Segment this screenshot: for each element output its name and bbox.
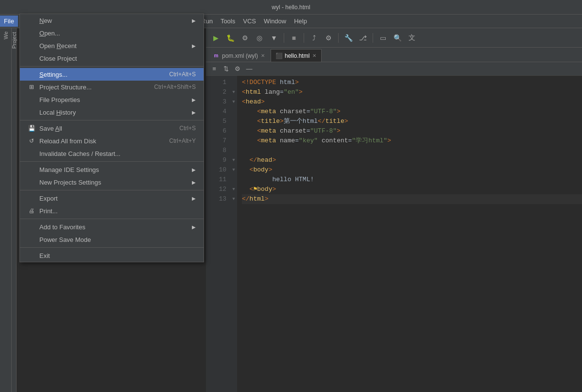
code-editor[interactable]: 1 2 3 4 5 6 7 8 9 10 11 12 13 ▼ ▼ <box>206 76 582 392</box>
settings-tab-btn[interactable]: ⚙ <box>232 64 243 74</box>
tab-hello-html-close[interactable]: ✕ <box>312 53 316 58</box>
fold-icon-3[interactable]: ▼ <box>232 100 235 104</box>
tab-pom-xml-label: pom.xml (wyl) <box>222 52 258 59</box>
menu-item-local-history[interactable]: Local History ▶ <box>20 106 204 119</box>
breadcrumb-btn[interactable]: ⇅ <box>221 64 231 74</box>
run-button[interactable]: ▶ <box>209 31 223 45</box>
profile-button[interactable]: ◎ <box>253 31 266 45</box>
toolbar: ▶ 🐛 ⚙ ◎ ▼ ■ ⤴ ⚙ 🔧 ⎇ ▭ 🔍 文 <box>206 28 582 48</box>
project-structure-icon: ⊞ <box>28 83 35 91</box>
open-recent-icon <box>28 42 35 50</box>
menu-item-project-structure[interactable]: ⊞ Project Structure... Ctrl+Alt+Shift+S <box>20 81 204 93</box>
code-line-6: <meta charset="UTF-8"> <box>242 126 582 136</box>
settings-icon <box>28 70 35 78</box>
power-save-icon <box>28 236 35 243</box>
code-line-8 <box>242 146 582 155</box>
new-projects-icon <box>28 178 35 186</box>
project-tab-label[interactable]: Project <box>10 28 18 52</box>
title-bar: wyl - hello.html <box>0 0 582 15</box>
sidebar-icon-project[interactable]: We <box>0 30 11 41</box>
translate-button[interactable]: 文 <box>405 31 419 45</box>
menu-item-file-properties[interactable]: File Properties ▶ <box>20 93 204 106</box>
code-content[interactable]: <!DOCTYPE html> <html lang="en"> <head> … <box>237 76 582 392</box>
separator-6 <box>20 247 204 248</box>
stop-button[interactable]: ■ <box>287 31 301 45</box>
git-button[interactable]: ⎇ <box>356 31 370 45</box>
html-icon: ⬛ <box>276 53 282 59</box>
manage-ide-icon <box>28 166 35 173</box>
invalidate-icon <box>28 150 35 157</box>
main-layout: We Project New ▶ Open... Open Recent ▶ C… <box>0 28 582 392</box>
code-line-12: <⚑body> <box>242 185 582 194</box>
fold-icon-2[interactable]: ▼ <box>232 90 235 95</box>
layout-button[interactable]: ▭ <box>376 31 390 45</box>
menu-item-new[interactable]: New ▶ <box>20 14 204 27</box>
menu-item-close-project[interactable]: Close Project <box>20 52 204 65</box>
more-run-button[interactable]: ▼ <box>267 31 281 45</box>
menu-item-manage-ide[interactable]: Manage IDE Settings ▶ <box>20 163 204 176</box>
tab-hello-html-label: hello.html <box>285 52 309 59</box>
code-line-3: <head> <box>242 97 582 107</box>
menu-tools[interactable]: Tools <box>217 16 239 27</box>
window-title: wyl - hello.html <box>272 4 310 11</box>
code-line-13: </html> <box>242 194 582 204</box>
menu-item-print[interactable]: 🖨 Print... <box>20 205 204 217</box>
menu-item-reload-all[interactable]: ↺ Reload All from Disk Ctrl+Alt+Y <box>20 135 204 147</box>
menu-vcs[interactable]: VCS <box>239 16 260 27</box>
toolbar-sep-2 <box>304 33 304 43</box>
code-line-5: <title>第一个html</title> <box>242 117 582 126</box>
close-project-icon <box>28 54 35 62</box>
tab-pom-xml[interactable]: m pom.xml (wyl) ✕ <box>208 49 270 62</box>
fold-icon-12[interactable]: ▼ <box>232 187 235 192</box>
tab-pom-xml-close[interactable]: ✕ <box>261 53 265 58</box>
code-line-4: <meta charset="UTF-8"> <box>242 107 582 117</box>
menu-window[interactable]: Window <box>260 16 290 27</box>
reload-all-icon: ↺ <box>28 137 35 145</box>
sidebar-icons: We <box>0 28 12 392</box>
tab-hello-html[interactable]: ⬛ hello.html ✕ <box>271 49 322 62</box>
debug-button[interactable]: 🐛 <box>223 31 237 45</box>
project-panel[interactable]: Project <box>12 28 17 392</box>
editor-area: ▶ 🐛 ⚙ ◎ ▼ ■ ⤴ ⚙ 🔧 ⎇ ▭ 🔍 文 m pom.xml (wyl… <box>206 28 582 392</box>
menu-item-save-all[interactable]: 💾 Save All Ctrl+S <box>20 122 204 135</box>
toolbar-sep-3 <box>338 33 339 43</box>
separator-1 <box>20 66 204 67</box>
code-line-1: <!DOCTYPE html> <box>242 78 582 87</box>
menu-help[interactable]: Help <box>290 16 311 27</box>
menu-item-open-recent[interactable]: Open Recent ▶ <box>20 39 204 52</box>
separator-2 <box>20 120 204 120</box>
separator-5 <box>20 219 204 219</box>
menu-item-exit[interactable]: Exit <box>20 249 204 262</box>
menu-item-settings[interactable]: Settings... Ctrl+Alt+S <box>20 68 204 81</box>
print-icon: 🖨 <box>28 207 35 215</box>
search-button[interactable]: 🔍 <box>391 31 404 45</box>
menu-item-new-projects[interactable]: New Projects Settings ▶ <box>20 176 204 188</box>
tab-toolbar: ≡ ⇅ ⚙ — <box>206 62 582 76</box>
save-all-icon: 💾 <box>28 124 35 132</box>
fold-icon-10[interactable]: ▼ <box>232 168 235 172</box>
code-line-2: <html lang="en"> <box>242 87 582 97</box>
menu-item-add-favorites[interactable]: Add to Favorites ▶ <box>20 221 204 233</box>
vcs-button[interactable]: 🔧 <box>342 31 355 45</box>
fold-icon-13[interactable]: ▼ <box>232 197 235 202</box>
fold-gutter: ▼ ▼ ▼ ▼ ▼ ▼ <box>230 76 237 392</box>
update-button[interactable]: ⤴ <box>307 31 321 45</box>
fold-icon-9[interactable]: ▼ <box>232 158 235 163</box>
menu-file[interactable]: File <box>0 16 18 27</box>
file-dropdown-menu: New ▶ Open... Open Recent ▶ Close Projec… <box>19 14 204 262</box>
menu-item-export[interactable]: Export ▶ <box>20 192 204 205</box>
menu-item-invalidate-caches[interactable]: Invalidate Caches / Restart... <box>20 147 204 160</box>
menu-item-open[interactable]: Open... <box>20 27 204 39</box>
toolbar-sep-1 <box>284 33 284 43</box>
structure-btn[interactable]: ≡ <box>209 64 220 74</box>
coverage-button[interactable]: ⚙ <box>238 31 252 45</box>
deploy-button[interactable]: ⚙ <box>322 31 335 45</box>
menu-item-power-save[interactable]: Power Save Mode <box>20 233 204 246</box>
local-history-icon <box>28 108 35 116</box>
minus-btn[interactable]: — <box>244 64 255 74</box>
code-line-9: </head> <box>242 155 582 165</box>
new-icon <box>28 17 35 24</box>
separator-3 <box>20 161 204 162</box>
editor-tabs: m pom.xml (wyl) ✕ ⬛ hello.html ✕ <box>206 48 582 62</box>
code-line-10: <body> <box>242 165 582 175</box>
